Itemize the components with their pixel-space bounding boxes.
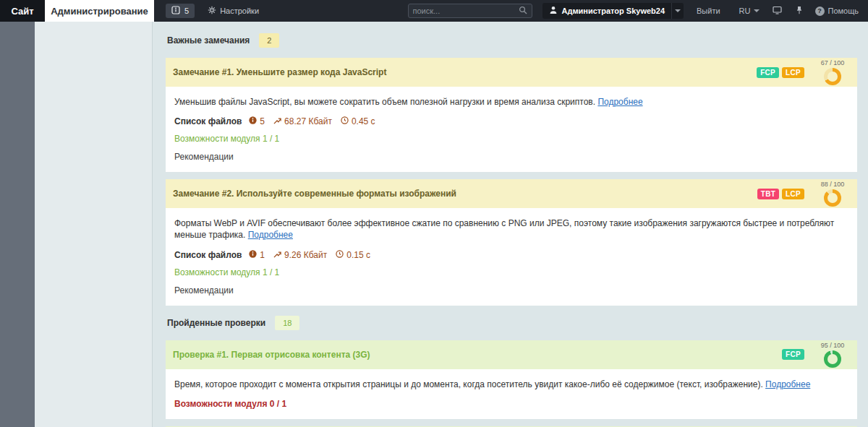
score-gauge-wrap: 95 / 100 bbox=[815, 342, 850, 368]
remark-card-2-header[interactable]: Замечание #2. Используйте современные фо… bbox=[166, 179, 857, 208]
search-input[interactable] bbox=[413, 7, 519, 15]
user-icon bbox=[549, 6, 558, 16]
topbar-search[interactable] bbox=[408, 4, 532, 18]
section-title: Важные замечания bbox=[167, 35, 250, 46]
desktop-mode-button[interactable] bbox=[773, 6, 782, 16]
more-link[interactable]: Подробнее bbox=[597, 97, 642, 107]
metric-badges: FCP bbox=[782, 349, 804, 360]
files-row[interactable]: Список файлов 5 68.27 Кбайт bbox=[174, 116, 848, 126]
files-time: 0.15 с bbox=[336, 250, 370, 260]
help-button[interactable]: Помощь bbox=[815, 7, 859, 16]
files-time-value: 0.15 с bbox=[346, 250, 370, 260]
score-text: 88 / 100 bbox=[815, 181, 850, 188]
lcp-badge: LCP bbox=[782, 189, 804, 199]
section-count-badge: 18 bbox=[275, 316, 299, 330]
remark-card-1-header[interactable]: Замечание #1. Уменьшите размер кода Java… bbox=[166, 58, 857, 87]
score-gauge-wrap: 88 / 100 bbox=[815, 181, 850, 207]
search-icon[interactable] bbox=[519, 6, 527, 16]
main-content: Важные замечания 2 Замечание #1. Уменьши… bbox=[153, 22, 868, 427]
info-circle-icon bbox=[249, 250, 257, 260]
notifications-counter[interactable]: 5 bbox=[166, 4, 195, 18]
section-title: Пройденные проверки bbox=[167, 318, 265, 328]
score-text: 95 / 100 bbox=[815, 342, 850, 349]
files-time-value: 0.45 с bbox=[352, 116, 375, 126]
metric-badges: TBT LCP bbox=[757, 189, 804, 199]
score-text: 67 / 100 bbox=[815, 59, 850, 66]
check-card-1: Проверка #1. Первая отрисовка контента (… bbox=[166, 340, 857, 419]
description-text: Время, которое проходит с момента открыт… bbox=[174, 379, 763, 389]
pin-button[interactable] bbox=[795, 6, 804, 16]
left-menu-panel[interactable] bbox=[35, 22, 153, 427]
files-count-value: 5 bbox=[260, 116, 265, 126]
check-card-1-body: Время, которое проходит с момента открыт… bbox=[166, 369, 857, 419]
more-link[interactable]: Подробнее bbox=[248, 230, 293, 240]
page-layout: Важные замечания 2 Замечание #1. Уменьши… bbox=[0, 22, 868, 427]
section-passed-checks: Пройденные проверки 18 bbox=[167, 316, 857, 330]
notifications-count: 5 bbox=[184, 7, 189, 15]
remark-card-2-body: Форматы WebP и AVIF обеспечивают более э… bbox=[166, 208, 857, 305]
tab-site[interactable]: Сайт bbox=[0, 0, 45, 22]
files-row[interactable]: Список файлов 1 9.26 Кбайт bbox=[174, 250, 848, 260]
card-title: Замечание #1. Уменьшите размер кода Java… bbox=[173, 67, 757, 77]
files-label: Список файлов bbox=[174, 116, 242, 126]
topbar: Сайт Администрирование 5 Настройки Админ… bbox=[0, 0, 868, 22]
score-gauge-wrap: 67 / 100 bbox=[815, 59, 850, 85]
user-menu-main[interactable]: Администратор Skyweb24 bbox=[542, 3, 672, 19]
chevron-down-icon bbox=[675, 9, 681, 12]
check-card-1-header[interactable]: Проверка #1. Первая отрисовка контента (… bbox=[166, 340, 857, 369]
module-features-label: Возможности модуля bbox=[174, 267, 263, 277]
recommendations-toggle[interactable]: Рекомендации bbox=[174, 285, 848, 296]
module-features-row[interactable]: Возможности модуля 1 / 1 bbox=[174, 267, 848, 277]
files-size-value: 68.27 Кбайт bbox=[284, 116, 332, 126]
card-title: Замечание #2. Используйте современные фо… bbox=[173, 189, 757, 199]
score-gauge-hole bbox=[827, 354, 838, 364]
trend-up-icon bbox=[273, 250, 281, 260]
language-label: RU bbox=[739, 7, 751, 15]
recommendations-toggle[interactable]: Рекомендации bbox=[174, 152, 848, 162]
question-icon bbox=[815, 7, 825, 16]
info-circle-icon bbox=[249, 116, 257, 126]
help-label: Помощь bbox=[828, 7, 859, 15]
module-features-row[interactable]: Возможности модуля 0 / 1 bbox=[174, 399, 848, 409]
card-description: Форматы WebP и AVIF обеспечивают более э… bbox=[174, 217, 848, 241]
user-menu-caret[interactable] bbox=[671, 3, 684, 19]
info-square-icon bbox=[171, 6, 180, 16]
score-gauge bbox=[824, 189, 841, 207]
language-selector[interactable]: RU bbox=[739, 7, 760, 15]
score-gauge-hole bbox=[827, 193, 838, 203]
score-gauge-hole bbox=[827, 72, 838, 82]
collapsed-sidebar-rail[interactable] bbox=[0, 22, 35, 427]
metric-badges: FCP LCP bbox=[757, 67, 804, 78]
remark-card-1-body: Уменьшив файлы JavaScript, вы можете сок… bbox=[166, 87, 857, 172]
chevron-down-icon bbox=[754, 9, 760, 12]
more-link[interactable]: Подробнее bbox=[765, 379, 810, 389]
fcp-badge: FCP bbox=[782, 349, 804, 360]
files-size: 9.26 Кбайт bbox=[273, 250, 327, 260]
user-menu[interactable]: Администратор Skyweb24 bbox=[542, 3, 684, 19]
gear-icon bbox=[208, 6, 216, 16]
files-count: 5 bbox=[249, 116, 265, 126]
description-text: Уменьшив файлы JavaScript, вы можете сок… bbox=[174, 97, 595, 107]
section-important-remarks: Важные замечания 2 bbox=[167, 33, 857, 48]
tbt-badge: TBT bbox=[757, 189, 779, 199]
module-features-value: 0 / 1 bbox=[270, 399, 286, 409]
monitor-icon bbox=[773, 6, 782, 16]
module-features-row[interactable]: Возможности модуля 1 / 1 bbox=[174, 134, 848, 144]
files-count-value: 1 bbox=[260, 250, 265, 260]
module-features-label: Возможности модуля bbox=[174, 134, 263, 144]
tab-admin[interactable]: Администрирование bbox=[45, 0, 154, 22]
files-size: 68.27 Кбайт bbox=[273, 116, 332, 126]
pin-icon bbox=[795, 6, 804, 16]
remark-card-1: Замечание #1. Уменьшите размер кода Java… bbox=[166, 58, 857, 172]
fcp-badge: FCP bbox=[757, 67, 779, 78]
module-features-label: Возможности модуля bbox=[174, 399, 270, 409]
logout-button[interactable]: Выйти bbox=[697, 7, 720, 15]
settings-button[interactable]: Настройки bbox=[208, 6, 259, 16]
module-features-value: 1 / 1 bbox=[263, 267, 279, 277]
lcp-badge: LCP bbox=[782, 67, 804, 78]
files-time: 0.45 с bbox=[341, 116, 375, 126]
user-name: Администратор Skyweb24 bbox=[562, 7, 665, 15]
clock-icon bbox=[341, 116, 349, 126]
score-gauge bbox=[824, 68, 841, 85]
card-description: Время, которое проходит с момента открыт… bbox=[174, 379, 848, 390]
